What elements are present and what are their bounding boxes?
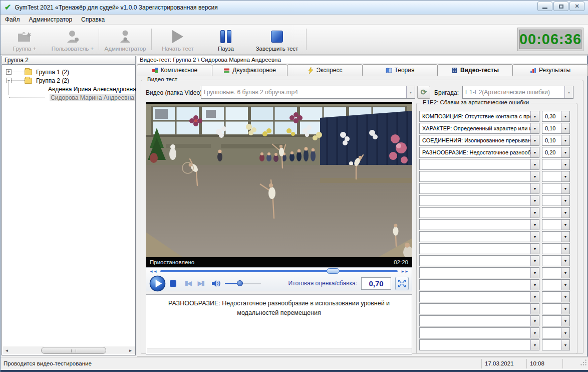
next-button[interactable]: ▶▮ (198, 280, 204, 287)
finish-test-button[interactable]: Завершить тест (250, 25, 304, 54)
deduction-select[interactable]: СОЕДИНЕНИЯ: Изолированное прерывани ▼ (419, 135, 539, 146)
tab-complex[interactable]: Комплексное (137, 64, 212, 76)
tab-theory[interactable]: Теория (362, 64, 438, 76)
seek-thumb[interactable] (327, 268, 340, 274)
chevron-down-icon[interactable]: ▼ (561, 244, 569, 254)
chevron-down-icon[interactable]: ▼ (530, 292, 539, 302)
expand-icon[interactable]: + (6, 69, 12, 75)
brigade-select[interactable]: E1-E2(Артистические ошибки) ▼ (462, 86, 573, 99)
chevron-down-icon[interactable]: ▼ (561, 256, 569, 266)
chevron-down-icon[interactable]: ▼ (530, 159, 539, 169)
tree-item-group1[interactable]: + Группа 1 (2) (2, 68, 135, 76)
video-frame[interactable]: Приостановлено 02:20 (146, 102, 412, 267)
chevron-down-icon[interactable]: ▼ (530, 244, 539, 254)
chevron-down-icon[interactable]: ▼ (530, 280, 539, 290)
deduction-select[interactable]: ▼ (419, 327, 539, 338)
deduction-value-select[interactable]: ▼ (542, 267, 570, 278)
tree-item-user-avdeeva[interactable]: Авдеева Ирина Александровна (2, 85, 135, 93)
volume-slider[interactable] (225, 283, 261, 284)
chevron-down-icon[interactable]: ▼ (561, 316, 569, 326)
chevron-down-icon[interactable]: ▼ (561, 232, 569, 242)
deduction-value-select[interactable]: ▼ (542, 315, 570, 326)
tree-item-group2[interactable]: − Группа 2 (2) (2, 76, 135, 85)
deduction-select[interactable]: ▼ (419, 339, 539, 350)
scroll-right-icon[interactable]: ► (126, 346, 135, 354)
volume-thumb[interactable] (237, 280, 243, 286)
chevron-down-icon[interactable]: ▼ (561, 340, 569, 350)
seek-back-icon[interactable]: ◄◄ (146, 269, 160, 274)
chevron-down-icon[interactable]: ▼ (530, 196, 539, 206)
deduction-value-select[interactable]: ▼ (542, 171, 570, 182)
tree-item-user-sidorova[interactable]: Сидорова Марина Андреевна (2, 93, 135, 102)
chevron-down-icon[interactable]: ▼ (530, 268, 539, 278)
chevron-down-icon[interactable]: ▼ (564, 86, 573, 98)
chevron-down-icon[interactable]: ▼ (530, 340, 539, 350)
video-select[interactable]: Групповые. 6 булав 2 обруча.mp4 ▼ (201, 86, 415, 99)
chevron-down-icon[interactable]: ▼ (530, 208, 539, 218)
chevron-down-icon[interactable]: ▼ (530, 220, 539, 230)
deduction-select[interactable]: ▼ (419, 303, 539, 314)
speaker-icon[interactable] (211, 279, 221, 288)
deduction-value-select[interactable]: ▼ (542, 207, 570, 218)
chevron-down-icon[interactable]: ▼ (561, 123, 569, 133)
chevron-down-icon[interactable]: ▼ (561, 208, 569, 218)
deduction-select[interactable]: ▼ (419, 171, 539, 182)
chevron-down-icon[interactable]: ▼ (530, 171, 539, 181)
tab-video-tests[interactable]: Видео-тесты (437, 64, 513, 76)
deduction-value-select[interactable]: ▼ (542, 339, 570, 350)
chevron-down-icon[interactable]: ▼ (530, 328, 539, 338)
refresh-video-button[interactable]: ⟳ (417, 86, 430, 99)
chevron-down-icon[interactable]: ▼ (561, 268, 569, 278)
deduction-select[interactable]: ▼ (419, 279, 539, 290)
deduction-value-select[interactable]: ▼ (542, 195, 570, 206)
deduction-value-select[interactable]: 0,30 ▼ (542, 111, 570, 122)
deduction-value-select[interactable]: ▼ (542, 279, 570, 290)
resize-grip[interactable] (580, 359, 587, 366)
chevron-down-icon[interactable]: ▼ (530, 232, 539, 242)
start-test-button[interactable]: Начать тест (154, 25, 202, 54)
comment-scrollbar[interactable] (147, 348, 412, 353)
chevron-down-icon[interactable]: ▼ (561, 159, 569, 169)
deduction-select[interactable]: ▼ (419, 195, 539, 206)
scroll-thumb[interactable] (41, 347, 106, 354)
deduction-select[interactable]: ▼ (419, 291, 539, 302)
deduction-select[interactable]: ▼ (419, 207, 539, 218)
deduction-select[interactable]: ▼ (419, 183, 539, 194)
pause-button[interactable]: Пауза (202, 25, 250, 54)
deduction-select[interactable]: КОМПОЗИЦИЯ: Отсутствие контакта с пре ▼ (419, 111, 539, 122)
chevron-down-icon[interactable]: ▼ (530, 135, 539, 145)
deduction-select[interactable]: ▼ (419, 255, 539, 266)
chevron-down-icon[interactable]: ▼ (561, 304, 569, 314)
deduction-select[interactable]: ▼ (419, 243, 539, 254)
chevron-down-icon[interactable]: ▼ (530, 183, 539, 194)
tab-results[interactable]: Результаты (512, 64, 588, 76)
deduction-select[interactable]: РАЗНООБРАЗИЕ: Недостаточное разнообр ▼ (419, 147, 539, 158)
chevron-down-icon[interactable]: ▼ (561, 292, 569, 302)
chevron-down-icon[interactable]: ▼ (561, 171, 569, 181)
minimize-button[interactable] (537, 2, 552, 11)
seek-forward-icon[interactable]: ►► (398, 269, 412, 274)
deduction-value-select[interactable]: ▼ (542, 291, 570, 302)
chevron-down-icon[interactable]: ▼ (561, 135, 569, 145)
close-button[interactable]: ✕ (569, 2, 584, 11)
tab-express[interactable]: Экспресс (287, 64, 363, 76)
deduction-value-select[interactable]: ▼ (542, 183, 570, 194)
deduction-value-select[interactable]: 0,10 ▼ (542, 123, 570, 134)
deduction-select[interactable]: ▼ (419, 315, 539, 326)
chevron-down-icon[interactable]: ▼ (561, 220, 569, 230)
stop-button[interactable] (170, 280, 176, 287)
deduction-value-select[interactable]: ▼ (542, 159, 570, 170)
maximize-button[interactable] (553, 2, 568, 11)
deduction-select[interactable]: ▼ (419, 219, 539, 230)
deduction-select[interactable]: ▼ (419, 267, 539, 278)
chevron-down-icon[interactable]: ▼ (530, 123, 539, 133)
menu-help[interactable]: Справка (77, 15, 109, 24)
tree-horizontal-scrollbar[interactable]: ◄ ► (3, 346, 135, 354)
deduction-value-select[interactable]: 0,10 ▼ (542, 135, 570, 146)
chevron-down-icon[interactable]: ▼ (561, 196, 569, 206)
deduction-value-select[interactable]: ▼ (542, 231, 570, 242)
menu-administrator[interactable]: Администратор (25, 15, 77, 24)
chevron-down-icon[interactable]: ▼ (530, 256, 539, 266)
chevron-down-icon[interactable]: ▼ (561, 111, 569, 121)
deduction-value-select[interactable]: ▼ (542, 303, 570, 314)
